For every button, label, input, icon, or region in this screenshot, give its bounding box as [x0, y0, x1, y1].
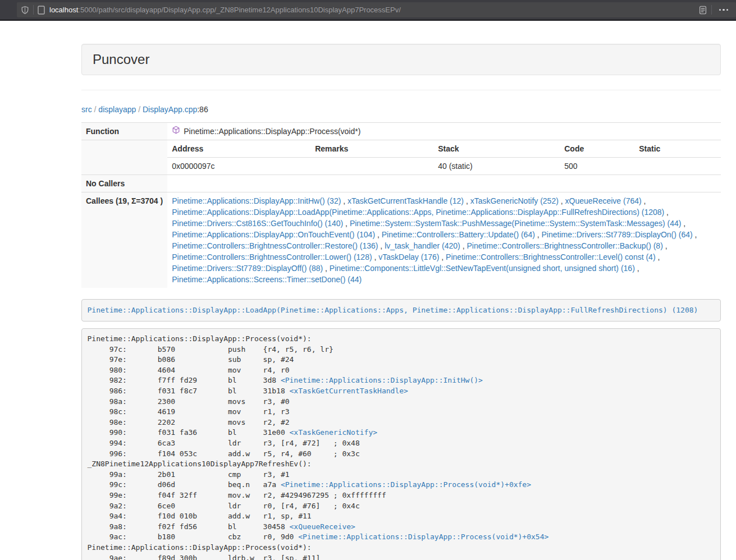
callee-link[interactable]: Pinetime::Controllers::BrightnessControl…	[446, 253, 655, 261]
callee-link[interactable]: Pinetime::Components::LittleVgl::SetNewT…	[330, 264, 635, 273]
callees-label: Callees (19, Σ=3704 )	[81, 192, 167, 288]
remarks-value	[310, 158, 433, 175]
col-static: Static	[634, 140, 721, 158]
callee-link[interactable]: Pinetime::Drivers::Cst816S::GetTouchInfo…	[172, 219, 343, 228]
callee-link[interactable]: Pinetime::Applications::DisplayApp::Init…	[172, 196, 341, 205]
breadcrumb-link[interactable]: displayapp	[98, 105, 136, 114]
urlbar-separator-2	[711, 5, 712, 15]
reader-view-icon[interactable]	[698, 6, 707, 15]
no-callers-label: No Callers	[81, 175, 167, 192]
function-title: Pinetime::Applications::DisplayApp::Proc…	[167, 123, 721, 140]
breadcrumb-line-number: :86	[197, 105, 208, 114]
urlbar-separator	[33, 5, 34, 15]
empty-row-label	[81, 140, 167, 175]
breadcrumb-link[interactable]: DisplayApp.cpp	[143, 105, 197, 114]
callee-link[interactable]: Pinetime::Controllers::Battery::Update()…	[382, 230, 535, 239]
toolbar-underline	[0, 20, 736, 21]
more-actions-icon[interactable]	[716, 9, 732, 11]
assembly-symbol-link[interactable]: <xQueueReceive>	[290, 522, 355, 531]
assembly-symbol-link[interactable]: <Pinetime::Applications::DisplayApp::Pro…	[298, 533, 548, 541]
url-path: :5000/path/src/displayapp/DisplayApp.cpp…	[78, 6, 401, 14]
function-row-label: Function	[81, 123, 167, 140]
assembly-symbol-link[interactable]: <xTaskGenericNotify>	[290, 428, 378, 437]
address-value: 0x0000097c	[167, 158, 310, 175]
function-table: Function Pinetime::Applications::Display…	[81, 122, 721, 288]
no-callers-row: No Callers	[81, 175, 721, 192]
address-table-header: Address Remarks Stack Code Static	[167, 140, 721, 158]
stack-value: 40 (static)	[433, 158, 560, 175]
function-name: Pinetime::Applications::DisplayApp::Proc…	[184, 126, 360, 137]
table-row: 0x0000097c 40 (static) 500	[167, 158, 721, 175]
url-bar[interactable]: localhost:5000/path/src/displayapp/Displ…	[17, 2, 736, 17]
callee-link[interactable]: vTaskDelay (176)	[378, 253, 439, 261]
callee-link[interactable]: Pinetime::Controllers::BrightnessControl…	[172, 253, 372, 261]
symbol-cube-icon	[172, 126, 180, 137]
callee-link[interactable]: Pinetime::Controllers::BrightnessControl…	[467, 241, 662, 250]
callee-link[interactable]: Pinetime::Applications::DisplayApp::Load…	[172, 208, 664, 217]
callee-link[interactable]: xQueueReceive (764)	[565, 196, 642, 205]
callee-link[interactable]: Pinetime::Applications::Screens::Timer::…	[172, 275, 362, 284]
page-container: Puncover src / displayapp / DisplayApp.c…	[81, 44, 721, 560]
col-remarks: Remarks	[310, 140, 433, 158]
callee-link[interactable]: Pinetime::Applications::DisplayApp::OnTo…	[172, 230, 375, 239]
related-function-link[interactable]: Pinetime::Applications::DisplayApp::Load…	[88, 306, 698, 314]
static-value	[634, 158, 721, 175]
shield-icon[interactable]	[21, 6, 29, 15]
callees-row: Callees (19, Σ=3704 ) Pinetime::Applicat…	[81, 192, 721, 288]
address-table: Address Remarks Stack Code Static 0x0000…	[167, 140, 721, 175]
code-value: 500	[560, 158, 634, 175]
function-row: Function Pinetime::Applications::Display…	[81, 123, 721, 140]
callee-link[interactable]: lv_task_handler (420)	[385, 241, 460, 250]
url-host: localhost	[49, 6, 78, 14]
page-title: Puncover	[93, 52, 710, 67]
assembly-symbol-link[interactable]: <Pinetime::Applications::DisplayApp::Ini…	[281, 376, 483, 384]
col-code: Code	[560, 140, 634, 158]
breadcrumb: src / displayapp / DisplayApp.cpp:86	[81, 104, 721, 115]
breadcrumb-link[interactable]: src	[81, 105, 92, 114]
callee-link[interactable]: Pinetime::Drivers::St7789::DisplayOn() (…	[542, 230, 693, 239]
callee-link[interactable]: Pinetime::Controllers::BrightnessControl…	[172, 241, 378, 250]
page-info-icon[interactable]	[38, 6, 45, 15]
callee-link[interactable]: xTaskGenericNotify (252)	[470, 196, 559, 205]
app-header-panel: Puncover	[81, 44, 721, 75]
url-text: localhost:5000/path/src/displayapp/Displ…	[49, 6, 401, 14]
callee-link[interactable]: xTaskGetCurrentTaskHandle (12)	[348, 196, 464, 205]
function-detail-row: Address Remarks Stack Code Static 0x0000…	[81, 140, 721, 175]
callee-link[interactable]: Pinetime::Drivers::St7789::DisplayOff() …	[172, 264, 323, 273]
assembly-symbol-link[interactable]: <Pinetime::Applications::DisplayApp::Pro…	[281, 480, 531, 489]
related-function-block: Pinetime::Applications::DisplayApp::Load…	[81, 299, 721, 322]
callees-list: Pinetime::Applications::DisplayApp::Init…	[167, 192, 721, 288]
assembly-symbol-link[interactable]: <xTaskGetCurrentTaskHandle>	[290, 387, 408, 395]
col-address: Address	[167, 140, 310, 158]
divider	[81, 90, 721, 90]
assembly-code: Pinetime::Applications::DisplayApp::Proc…	[81, 328, 721, 560]
col-stack: Stack	[433, 140, 560, 158]
browser-toolbar: localhost:5000/path/src/displayapp/Displ…	[0, 0, 736, 20]
callee-link[interactable]: Pinetime::System::SystemTask::PushMessag…	[350, 219, 682, 228]
